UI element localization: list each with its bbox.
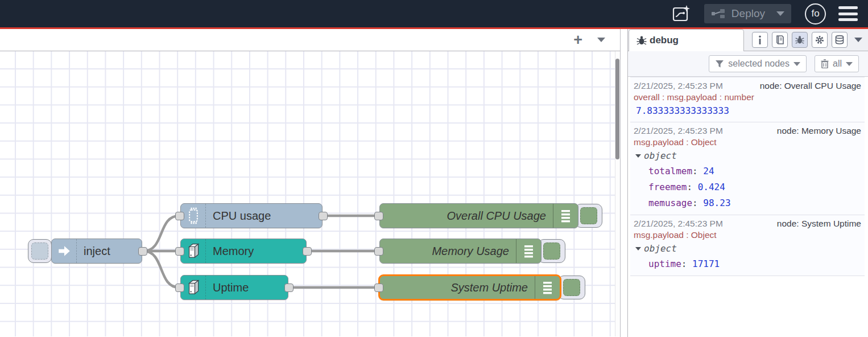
sidebar-panel: debug selected nodes	[627, 29, 868, 337]
cpu-chip-icon	[181, 204, 206, 228]
entry-colon: :	[692, 166, 698, 176]
entry-key: totalmem	[648, 166, 692, 176]
debug-list-icon	[516, 239, 541, 263]
output-port[interactable]	[138, 247, 147, 256]
output-port[interactable]	[319, 212, 328, 220]
user-avatar[interactable]: fo	[805, 3, 826, 24]
message-value: 7.833333333333333	[634, 103, 861, 118]
tab-debug-icon[interactable]	[792, 32, 808, 48]
message-property-path: msg.payload : Object	[634, 229, 861, 241]
message-timestamp: 2/21/2025, 2:45:23 PM	[634, 217, 723, 229]
entry-colon: :	[692, 198, 698, 208]
canvas-scrollbar-thumb[interactable]	[615, 59, 619, 159]
tab-debug[interactable]: debug	[629, 29, 744, 51]
input-port[interactable]	[374, 247, 383, 256]
expand-caret-icon	[635, 154, 641, 158]
entry-key: memusage	[648, 198, 692, 208]
entry-value: 0.424	[698, 182, 725, 192]
input-port[interactable]	[175, 247, 184, 256]
debug-toggle-button[interactable]	[538, 239, 565, 263]
node-debug-system-uptime[interactable]: System Uptime	[378, 274, 561, 301]
entry-value: 17171	[692, 258, 720, 269]
bug-icon	[636, 35, 647, 46]
debug-clear-button[interactable]: all	[815, 55, 859, 72]
flow-assistant-icon[interactable]	[671, 4, 692, 23]
object-expander[interactable]: object	[634, 241, 861, 256]
node-uptime[interactable]: Uptime	[180, 275, 288, 300]
server-icon	[181, 239, 206, 263]
debug-message[interactable]: 2/21/2025, 2:45:23 PM node: System Uptim…	[630, 215, 865, 276]
node-label: Memory	[206, 245, 306, 258]
debug-filter-button[interactable]: selected nodes	[709, 55, 807, 72]
message-property-path: msg.payload : Object	[634, 137, 861, 148]
debug-message[interactable]: 2/21/2025, 2:45:23 PM node: Memory Usage…	[630, 122, 865, 215]
node-debug-overall-cpu-usage[interactable]: Overall CPU Usage	[379, 203, 578, 228]
header-accent-line	[0, 27, 868, 29]
object-entry: uptime: 17171	[634, 256, 861, 272]
avatar-initials: fo	[811, 8, 819, 19]
flow-tabbar: +	[0, 29, 620, 51]
debug-toggle-button[interactable]	[575, 204, 602, 228]
input-port[interactable]	[374, 283, 383, 292]
message-timestamp: 2/21/2025, 2:45:23 PM	[634, 125, 723, 137]
input-port[interactable]	[175, 212, 184, 220]
main-menu-icon[interactable]	[838, 6, 858, 21]
clear-caret-icon	[846, 62, 853, 66]
debug-toolbar: selected nodes all	[628, 51, 868, 77]
entry-colon: :	[681, 258, 687, 269]
filter-caret-icon	[793, 62, 800, 66]
node-label: System Uptime	[380, 281, 535, 294]
node-cpu-usage[interactable]: CPU usage	[180, 203, 323, 228]
trash-icon	[821, 59, 829, 68]
sidebar-menu-caret-icon[interactable]	[854, 38, 862, 42]
tab-config-gear-icon[interactable]	[812, 32, 828, 48]
debug-toggle-button[interactable]	[558, 276, 585, 299]
entry-value: 24	[703, 166, 714, 176]
debug-clear-label: all	[833, 59, 842, 69]
debug-list-icon	[553, 204, 578, 228]
flow-list-caret-icon[interactable]	[597, 38, 605, 42]
tab-context-data-icon[interactable]	[832, 32, 848, 48]
debug-filter-label: selected nodes	[728, 59, 790, 69]
node-label: CPU usage	[206, 209, 322, 223]
deploy-button[interactable]: Deploy	[704, 4, 791, 23]
entry-key: freemem	[648, 182, 687, 192]
object-entry: freemem: 0.424	[634, 179, 861, 195]
tab-help-icon[interactable]	[772, 32, 788, 48]
object-label: object	[644, 241, 677, 256]
flow-workspace: + inject	[0, 29, 621, 337]
output-port[interactable]	[284, 283, 294, 292]
object-expander[interactable]: object	[634, 148, 861, 163]
debug-message[interactable]: 2/21/2025, 2:45:23 PM node: Overall CPU …	[630, 77, 865, 122]
canvas-scrollbar-track[interactable]	[615, 51, 620, 336]
deploy-label: Deploy	[731, 7, 765, 20]
header-bar: Deploy fo	[0, 0, 868, 27]
message-source-node[interactable]: node: Memory Usage	[777, 125, 861, 137]
funnel-icon	[715, 60, 724, 68]
server-icon	[181, 276, 206, 299]
message-source-node[interactable]: node: Overall CPU Usage	[760, 80, 861, 92]
node-debug-memory-usage[interactable]: Memory Usage	[379, 239, 542, 264]
message-source-node[interactable]: node: System Uptime	[777, 217, 861, 229]
entry-value: 98.23	[703, 198, 730, 208]
sidebar-tabbar: debug	[628, 29, 868, 51]
message-property-path: overall : msg.payload : number	[634, 92, 861, 103]
entry-key: uptime	[648, 258, 681, 269]
inject-trigger-button[interactable]	[28, 239, 52, 263]
object-label: object	[644, 148, 677, 163]
input-port[interactable]	[175, 283, 184, 292]
add-flow-button[interactable]: +	[571, 32, 585, 48]
tab-info-icon[interactable]	[752, 32, 768, 48]
input-port[interactable]	[374, 212, 383, 220]
tab-debug-label: debug	[650, 35, 679, 46]
entry-colon: :	[687, 182, 692, 192]
node-label: inject	[77, 245, 142, 258]
object-entry: memusage: 98.23	[634, 195, 861, 211]
deploy-caret-icon[interactable]	[776, 11, 784, 16]
output-port[interactable]	[303, 247, 312, 256]
flow-canvas[interactable]: inject CPU usage	[0, 51, 620, 336]
node-memory[interactable]: Memory	[180, 239, 307, 264]
debug-list-icon	[535, 276, 560, 299]
node-inject[interactable]: inject	[51, 239, 142, 264]
object-entry: totalmem: 24	[634, 163, 861, 179]
